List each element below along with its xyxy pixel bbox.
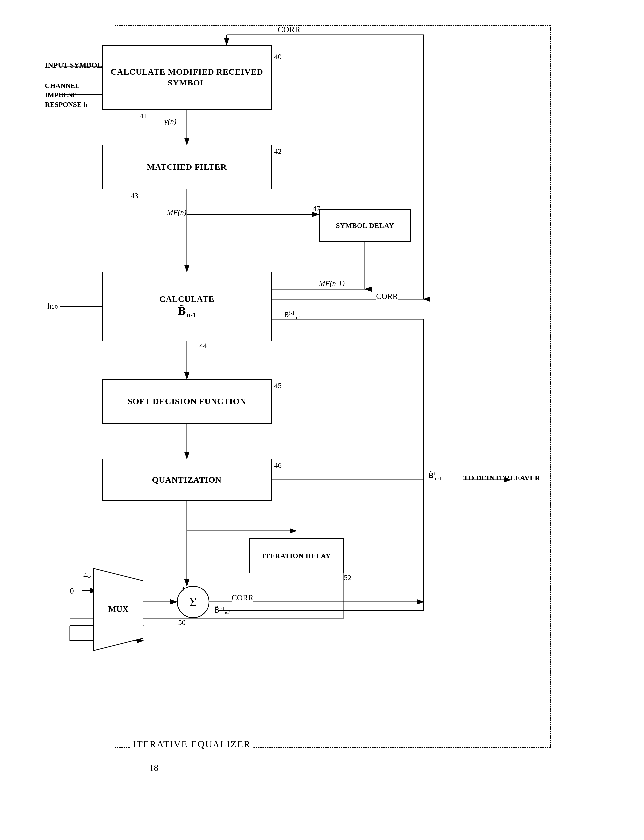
corr-bot-label: CORR	[232, 593, 253, 603]
yn-label: y(n)	[164, 117, 176, 126]
label-44: 44	[199, 341, 207, 350]
diagram-number-18: 18	[150, 763, 158, 773]
block-calculate-b: CALCULATE B̃n-1	[102, 272, 271, 341]
block-symbol-delay: SYMBOL DELAY	[319, 209, 411, 242]
minus-sign: −	[179, 591, 183, 599]
b-tilde-feedback-label: B̃i-1n-1	[284, 310, 301, 320]
mfn-label: MF(n)	[167, 208, 186, 217]
label-41: 41	[140, 112, 147, 120]
label-46: 46	[274, 461, 281, 469]
channel-impulse-label: CHANNEL IMPULSE RESPONSE h	[45, 81, 105, 109]
label-43: 43	[131, 191, 138, 200]
label-48: 48	[84, 571, 91, 579]
b-tilde-bot-label: B̃i-1n-1	[214, 606, 232, 616]
block-quantization: QUANTIZATION	[102, 459, 271, 501]
label-42: 42	[274, 147, 281, 156]
zero-input-label: 0	[70, 586, 74, 596]
block-calculate-modified: CALCULATE MODIFIED RECEIVED SYMBOL	[102, 45, 271, 110]
label-45: 45	[274, 381, 281, 390]
label-40: 40	[274, 52, 281, 61]
label-47: 47	[313, 204, 320, 213]
svg-text:CORR: CORR	[278, 25, 301, 34]
diagram-container: ITERATIVE EQUALIZER CORR	[45, 20, 593, 793]
mfn1-label: MF(n-1)	[319, 279, 345, 288]
label-52: 52	[344, 573, 351, 582]
label-50: 50	[178, 618, 186, 627]
input-symbol-label: INPUT SYMBOL	[45, 60, 102, 70]
block-mux-svg: MUX	[94, 568, 143, 651]
block-soft-decision: SOFT DECISION FUNCTION	[102, 379, 271, 424]
block-iteration-delay: ITERATION DELAY	[249, 539, 344, 573]
svg-text:MUX: MUX	[108, 604, 128, 614]
to-deinterleaver-label: TO DEINTERLEAVER	[463, 474, 540, 482]
h10-label: h₁₀	[47, 301, 58, 311]
block-matched-filter: MATCHED FILTER	[102, 145, 271, 189]
b-tilde-output-label: B̃in-1	[429, 471, 442, 481]
corr-mid-label: CORR	[376, 292, 398, 301]
